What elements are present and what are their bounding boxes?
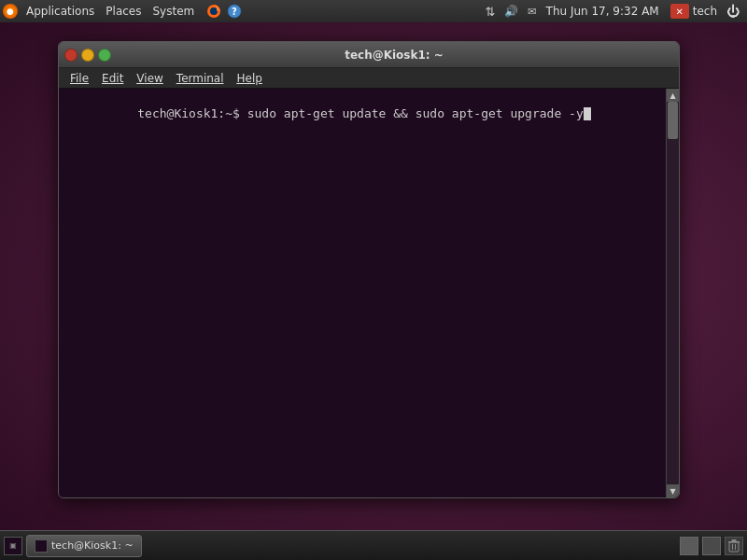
desktop: ● Applications Places System	[0, 0, 747, 560]
taskbar-app-icon: ▣	[4, 537, 22, 555]
terminal-text-area[interactable]: tech@Kiosk1:~$ sudo apt-get update && su…	[59, 89, 666, 497]
x-session-icon: ✕	[670, 4, 689, 19]
terminal-prompt-line: tech@Kiosk1:~$ sudo apt-get update && su…	[64, 92, 660, 134]
file-menu[interactable]: File	[64, 68, 94, 89]
maximize-button[interactable]	[98, 49, 111, 62]
panel-right: ⇅ 🔊 ✉ Thu Jun 17, 9:32 AM ✕ tech ⏻	[481, 0, 747, 22]
terminal-scrollbar[interactable]: ▲ ▼	[666, 89, 679, 497]
minimize-button[interactable]	[81, 49, 94, 62]
svg-text:?: ?	[232, 7, 237, 17]
taskbar-right	[680, 537, 743, 555]
terminal-menu[interactable]: Terminal	[171, 68, 230, 89]
terminal-menubar: File Edit View Terminal Help	[59, 68, 679, 89]
system-menu[interactable]: System	[147, 0, 200, 22]
scroll-down-arrow[interactable]: ▼	[667, 484, 680, 497]
envelope-icon[interactable]: ✉	[524, 0, 540, 22]
trash-icon[interactable]	[725, 537, 743, 555]
terminal-title: tech@Kiosk1: ~	[115, 49, 673, 62]
help-menu[interactable]: Help	[232, 68, 268, 89]
ubuntu-logo-icon[interactable]: ●	[0, 0, 21, 22]
places-menu[interactable]: Places	[100, 0, 147, 22]
help-icon[interactable]: ?	[224, 0, 245, 22]
session-indicator[interactable]: ✕ tech	[665, 0, 721, 22]
network-icon[interactable]: ⇅	[481, 0, 499, 22]
applications-menu[interactable]: Applications	[21, 0, 100, 22]
taskbar-app-label: tech@Kiosk1: ~	[51, 539, 134, 552]
svg-rect-6	[735, 544, 736, 550]
scroll-track[interactable]	[667, 102, 679, 484]
view-menu[interactable]: View	[131, 68, 168, 89]
taskbar-terminal-button[interactable]: tech@Kiosk1: ~	[26, 535, 142, 557]
terminal-window: tech@Kiosk1: ~ File Edit View Terminal H…	[58, 41, 680, 498]
power-button[interactable]: ⏻	[723, 0, 743, 22]
terminal-content: tech@Kiosk1:~$ sudo apt-get update && su…	[59, 89, 679, 497]
svg-rect-8	[732, 539, 737, 541]
workspace-switcher-2[interactable]	[702, 537, 721, 555]
close-button[interactable]	[64, 49, 78, 62]
cursor	[584, 107, 591, 120]
top-panel: ● Applications Places System	[0, 0, 747, 22]
workspace-switcher-1[interactable]	[680, 537, 698, 555]
svg-rect-4	[729, 542, 739, 552]
terminal-titlebar: tech@Kiosk1: ~	[59, 42, 679, 68]
firefox-icon[interactable]	[204, 0, 224, 22]
datetime-display[interactable]: Thu Jun 17, 9:32 AM	[543, 0, 663, 22]
svg-rect-5	[732, 544, 733, 550]
taskbar: ▣ tech@Kiosk1: ~	[0, 530, 747, 560]
svg-point-1	[210, 7, 218, 15]
scroll-up-arrow[interactable]: ▲	[667, 89, 680, 102]
volume-icon[interactable]: 🔊	[500, 0, 522, 22]
panel-left: ● Applications Places System	[0, 0, 245, 22]
edit-menu[interactable]: Edit	[96, 68, 129, 89]
taskbar-terminal-icon	[35, 539, 48, 553]
scroll-thumb[interactable]	[668, 102, 678, 139]
svg-rect-7	[728, 541, 740, 543]
